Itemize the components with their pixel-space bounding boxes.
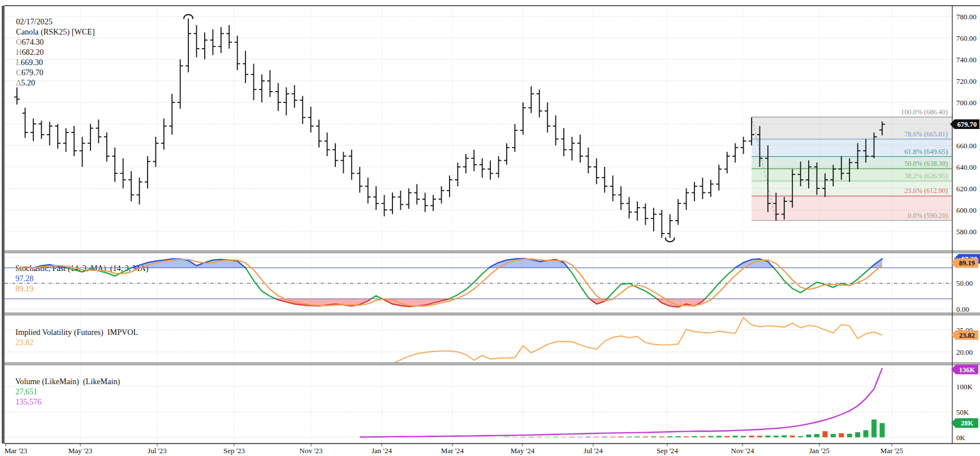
svg-text:Nov '23: Nov '23 [300, 446, 323, 455]
svg-text:760.00: 760.00 [956, 34, 977, 42]
volume-line-badge: 136K [951, 365, 978, 375]
stochastic-plot [5, 259, 952, 307]
svg-text:720.00: 720.00 [956, 77, 977, 85]
y-axis-labels: 780.00760.00740.00720.00700.00660.00640.… [956, 12, 977, 442]
svg-text:0.00: 0.00 [956, 305, 969, 313]
implied-volatility-plot [392, 317, 882, 364]
svg-text:50.00: 50.00 [956, 279, 973, 287]
svg-text:Mar '25: Mar '25 [880, 446, 903, 455]
svg-text:0.0% (590.20): 0.0% (590.20) [908, 212, 948, 220]
svg-text:Mar '24: Mar '24 [441, 446, 464, 455]
x-axis-labels: Mar '23May '23Jul '23Sep '23Nov '23Jan '… [5, 446, 903, 455]
svg-text:38.2% (626.95): 38.2% (626.95) [904, 172, 948, 180]
svg-text:Sep '24: Sep '24 [657, 446, 679, 455]
svg-text:0K: 0K [956, 433, 966, 442]
svg-text:660.00: 660.00 [956, 141, 977, 150]
svg-text:20.00: 20.00 [956, 348, 973, 356]
svg-text:620.00: 620.00 [956, 184, 977, 193]
svg-text:100K: 100K [956, 382, 973, 391]
svg-text:61.8% (649.65): 61.8% (649.65) [904, 148, 948, 156]
svg-text:Nov '24: Nov '24 [731, 446, 754, 455]
svg-text:Jan '25: Jan '25 [809, 446, 830, 455]
volume-plot [360, 368, 884, 437]
svg-text:28K: 28K [961, 419, 974, 427]
svg-text:780.00: 780.00 [956, 12, 977, 21]
plot-borders [2, 6, 980, 446]
chart-canvas[interactable]: 100.0% (686.40)78.6% (665.81)61.8% (649.… [0, 0, 980, 456]
svg-text:Jul '23: Jul '23 [148, 446, 167, 455]
price-annotation-circles [184, 15, 675, 242]
svg-text:Jan '24: Jan '24 [372, 446, 392, 455]
svg-text:Jul '24: Jul '24 [584, 446, 603, 455]
implied-vol-badge: 23.82 [951, 330, 978, 340]
stoch-d-badge: 89.19 [951, 258, 978, 268]
vertical-gridlines [6, 6, 892, 444]
svg-text:May '24: May '24 [511, 446, 535, 455]
svg-text:Sep '23: Sep '23 [223, 446, 245, 455]
svg-text:23.6% (612.90): 23.6% (612.90) [904, 187, 948, 195]
volume-bar-badge: 28K [951, 418, 978, 428]
svg-text:89.19: 89.19 [959, 259, 975, 267]
svg-text:May '23: May '23 [68, 446, 92, 455]
futures-chart-app: 02/17/2025 Canola (RSK25) [WCE] O674.30 … [0, 0, 980, 456]
horizontal-gridlines [5, 16, 952, 437]
last-price-badge: 679.70 [950, 119, 979, 129]
svg-text:50K: 50K [956, 408, 969, 416]
svg-text:100.0% (686.40): 100.0% (686.40) [901, 108, 948, 116]
svg-text:50.0% (638.30): 50.0% (638.30) [904, 160, 948, 167]
svg-text:Mar '23: Mar '23 [5, 446, 27, 455]
svg-text:136K: 136K [959, 366, 975, 374]
svg-text:700.00: 700.00 [956, 98, 977, 107]
svg-text:23.82: 23.82 [959, 332, 975, 339]
svg-text:640.00: 640.00 [956, 163, 977, 171]
svg-text:679.70: 679.70 [957, 121, 977, 128]
svg-text:78.6% (665.81): 78.6% (665.81) [904, 130, 948, 138]
svg-text:600.00: 600.00 [956, 206, 977, 214]
svg-text:580.00: 580.00 [956, 227, 977, 236]
svg-text:740.00: 740.00 [956, 55, 977, 64]
